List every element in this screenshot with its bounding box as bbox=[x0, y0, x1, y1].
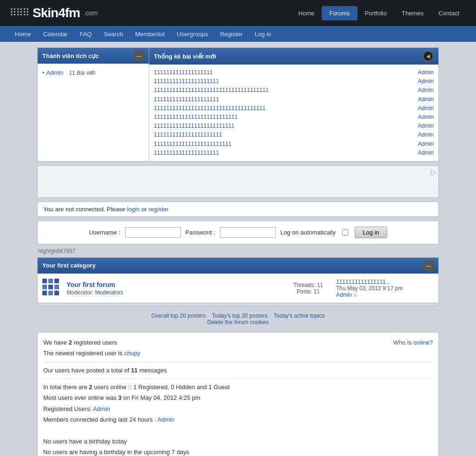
active-members-title: Thành viên tích cực bbox=[42, 52, 99, 59]
top-nav: Home Forums Portfolio Themes Contact bbox=[291, 6, 467, 20]
active-members-minimize-btn[interactable]: — bbox=[134, 51, 144, 61]
stats-author-6[interactable]: Admin bbox=[406, 122, 434, 130]
member-link-admin[interactable]: Admin bbox=[46, 69, 64, 76]
todays-top-20-posters-link[interactable]: Today's top 20 posters bbox=[212, 313, 268, 319]
delete-forum-cookies-link[interactable]: Delete the forum cookies bbox=[207, 319, 269, 326]
category-header: Your first category — bbox=[38, 258, 438, 274]
stats-author-2[interactable]: Admin bbox=[406, 86, 434, 95]
stats-link-8[interactable]: 1111111111111111111111111 bbox=[154, 140, 406, 149]
stats-authors-col: Admin Admin Admin Admin Admin Admin Admi… bbox=[406, 68, 434, 157]
no-birthday-upcoming: No users are having a birthday in the up… bbox=[43, 449, 189, 456]
sec-nav-faq[interactable]: FAQ bbox=[74, 28, 97, 40]
top-nav-contact[interactable]: Contact bbox=[431, 6, 467, 20]
sec-nav-home[interactable]: Home bbox=[9, 28, 37, 40]
category-title: Your first category bbox=[42, 262, 96, 269]
sec-nav-memberlist[interactable]: Memberlist bbox=[130, 28, 171, 40]
bullet-icon: • bbox=[42, 69, 45, 76]
last-post-user-link[interactable]: Admin bbox=[336, 292, 352, 298]
login-link[interactable]: login bbox=[127, 206, 139, 213]
username-input[interactable] bbox=[125, 227, 181, 238]
moderator-link[interactable]: Moderators bbox=[95, 289, 123, 296]
last-post-icon: ⊞ bbox=[353, 293, 357, 298]
stats-link-3[interactable]: 111111111111111111111 bbox=[154, 95, 406, 104]
forum-icon-cell bbox=[42, 291, 47, 295]
forum-title-link[interactable]: Your first forum bbox=[66, 281, 115, 288]
main-content: Thành viên tích cực — • Admin 11 Bài viế… bbox=[33, 47, 443, 456]
total-messages-label: Our users have posted a total of bbox=[43, 367, 129, 374]
member-entry: • Admin 11 Bài viết bbox=[42, 69, 144, 76]
forum-row: Your first forum Moderator: Moderators T… bbox=[38, 274, 438, 303]
stats-author-0[interactable]: Admin bbox=[406, 68, 434, 77]
forum-icon-cell bbox=[48, 279, 53, 283]
stats-link-0[interactable]: 1111111111111111111 bbox=[154, 68, 406, 77]
registered-user-link[interactable]: Admin bbox=[93, 405, 110, 412]
stats-link-7[interactable]: 1111111111111111111111 bbox=[154, 130, 406, 139]
sec-nav-login[interactable]: Log in bbox=[249, 28, 277, 40]
sec-nav-usergroups[interactable]: Usergroups bbox=[171, 28, 213, 40]
online-info: In total there are 2 users online :: 1 R… bbox=[43, 384, 230, 391]
forum-icon-cell bbox=[54, 279, 59, 283]
logo-grid-icon: ⠿⠿⠿ bbox=[9, 7, 29, 19]
stats-link-4[interactable]: 111111111111111111111111111111111111 bbox=[154, 104, 406, 113]
password-input[interactable] bbox=[220, 227, 276, 238]
stats-toggle-btn[interactable]: ◄ bbox=[423, 51, 434, 62]
members-connected-user-link[interactable]: Admin bbox=[158, 416, 175, 423]
stats-author-8[interactable]: Admin bbox=[406, 140, 434, 149]
top-nav-home[interactable]: Home bbox=[291, 6, 322, 20]
registered-count-text: We have bbox=[43, 339, 69, 346]
stats-link-6[interactable]: 11111111111111111111111111 bbox=[154, 122, 406, 130]
top-nav-themes[interactable]: Themes bbox=[394, 6, 431, 20]
stats-author-3[interactable]: Admin bbox=[406, 95, 434, 104]
who-is-online-link[interactable]: Who is online? bbox=[393, 337, 433, 348]
stats-author-4[interactable]: Admin bbox=[406, 104, 434, 113]
no-birthday-today: No users have a birthday today bbox=[43, 438, 127, 445]
stats-link-1[interactable]: 111111111111111111111 bbox=[154, 77, 406, 86]
registered-label: registered users bbox=[72, 339, 117, 346]
forum-icon-cell bbox=[54, 285, 59, 289]
sec-nav-register[interactable]: Register bbox=[214, 28, 248, 40]
active-members-header: Thành viên tích cực — bbox=[38, 48, 149, 64]
stats-author-5[interactable]: Admin bbox=[406, 113, 434, 122]
stats-link-2[interactable]: 1111111111111111111111111111111111111 bbox=[154, 86, 406, 95]
forum-icon-cell bbox=[54, 291, 59, 295]
active-members-panel: Thành viên tích cực — • Admin 11 Bài viế… bbox=[38, 48, 149, 161]
max-online-info: Most users ever online was 3 on Fri May … bbox=[43, 394, 200, 401]
total-messages-count: 11 bbox=[131, 367, 138, 374]
registered-count: 2 bbox=[69, 339, 72, 346]
forum-icon bbox=[42, 279, 62, 298]
stats-link-9[interactable]: 111111111111111111111 bbox=[154, 149, 406, 157]
stats-header: Thống kê bài viết mới ◄ bbox=[149, 48, 438, 65]
stats-author-1[interactable]: Admin bbox=[406, 77, 434, 86]
members-connected-info: Members connected during last 24 hours :… bbox=[43, 416, 175, 423]
member-posts: 11 Bài viết bbox=[69, 70, 95, 76]
stats-author-9[interactable]: Admin bbox=[406, 149, 434, 157]
forum-last-post: 1111111111111111... Thu May 03, 2012 9:1… bbox=[331, 279, 434, 298]
sec-nav-calendar[interactable]: Calendar bbox=[38, 28, 73, 40]
stats-col: Thống kê bài viết mới ◄ 1111111111111111… bbox=[149, 48, 438, 161]
sec-nav-search[interactable]: Search bbox=[98, 28, 128, 40]
newest-user-link[interactable]: chupy bbox=[124, 350, 140, 357]
forum-posts: Posts: 11 bbox=[285, 288, 331, 295]
moderator-label: Moderator: bbox=[66, 289, 93, 296]
stats-link-5[interactable]: 111111111111111111111111111 bbox=[154, 113, 406, 122]
last-post-date: Thu May 03, 2012 9:17 pm bbox=[336, 285, 403, 292]
top-nav-forums[interactable]: Forums bbox=[322, 6, 357, 20]
category-minimize-btn[interactable]: — bbox=[423, 261, 434, 271]
todays-active-topics-link[interactable]: Today's active topics bbox=[274, 313, 325, 319]
stats-panel: Thành viên tích cực — • Admin 11 Bài viế… bbox=[37, 47, 439, 162]
secondary-nav: Home Calendar FAQ Search Memberlist User… bbox=[0, 26, 476, 42]
overall-top-20-posters-link[interactable]: Overall top 20 posters bbox=[151, 313, 205, 319]
top-nav-portfolio[interactable]: Portfolio bbox=[357, 6, 395, 20]
login-notice-or: or bbox=[141, 206, 148, 213]
login-notice-text: You are not connected. Please bbox=[43, 206, 127, 213]
active-members-body: • Admin 11 Bài viết bbox=[38, 64, 149, 82]
forum-threads: Threads: 11 bbox=[285, 282, 331, 288]
login-button[interactable]: Log in bbox=[355, 227, 387, 238]
last-post-title-link[interactable]: 1111111111111111... bbox=[336, 279, 390, 285]
stats-author-7[interactable]: Admin bbox=[406, 130, 434, 139]
total-messages-suffix: messages bbox=[139, 367, 167, 374]
logo-com: .com bbox=[84, 9, 98, 17]
logo-text: Skin4fm bbox=[33, 6, 80, 20]
auto-login-checkbox[interactable] bbox=[342, 229, 348, 235]
register-link[interactable]: register bbox=[148, 206, 168, 213]
